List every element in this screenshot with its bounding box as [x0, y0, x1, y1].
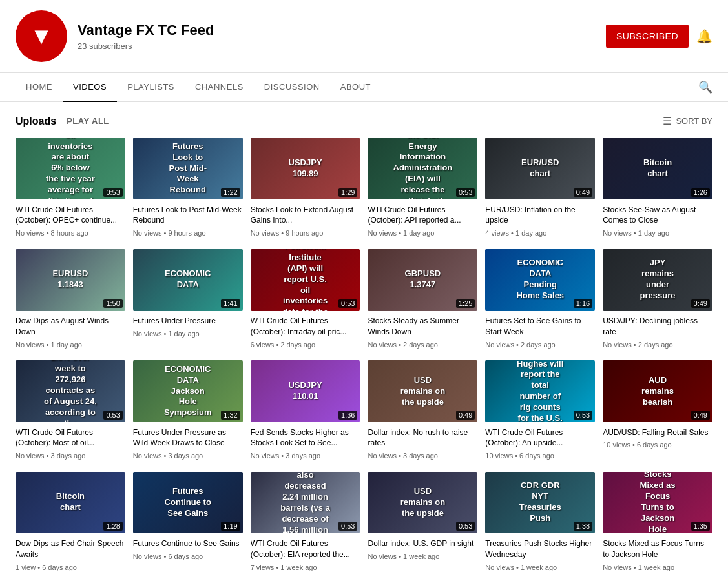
thumbnail-1: Futures Look to Post Mid-Week Rebound 1:…: [133, 138, 243, 199]
thumb-label-13: ECONOMIC DATA Jackson Hole Symposium: [160, 362, 215, 421]
video-card-11[interactable]: JPY remains under pressure 0:49 USD/JPY:…: [603, 249, 712, 351]
video-meta-9: No views • 2 days ago: [368, 340, 477, 350]
video-meta-5: No views • 1 day ago: [603, 229, 712, 238]
thumbnail-21: USD remains on the upside 0:53: [368, 472, 477, 534]
video-meta-12: No views • 3 days ago: [16, 451, 125, 461]
search-icon[interactable]: 🔍: [698, 80, 712, 94]
video-card-5[interactable]: Bitcoin chart 1:26 Stocks See-Saw as Aug…: [603, 138, 712, 239]
video-card-1[interactable]: Futures Look to Post Mid-Week Rebound 1:…: [133, 138, 243, 239]
video-card-0[interactable]: U.S. crude oil inventories are about 6% …: [16, 138, 125, 239]
video-card-4[interactable]: EUR/USD chart 0:49 EUR/USD: Inflation on…: [485, 138, 595, 239]
thumb-label-11: JPY remains under pressure: [630, 255, 685, 304]
duration-15: 0:49: [456, 411, 475, 420]
duration-19: 1:19: [221, 522, 240, 531]
duration-12: 0:53: [103, 411, 122, 420]
thumbnail-8: Later today, the American Petroleum Inst…: [251, 249, 360, 311]
duration-20: 0:53: [338, 522, 357, 531]
video-title-7: Futures Under Pressure: [133, 316, 243, 327]
section-header: Uploads PLAY ALL ☰ SORT BY: [16, 115, 712, 127]
thumb-label-1: Futures Look to Post Mid-Week Rebound: [160, 139, 215, 198]
video-meta-22: No views • 1 week ago: [485, 563, 595, 573]
duration-6: 1:50: [103, 299, 122, 308]
thumbnail-7: ECONOMIC DATA 1:41: [133, 249, 243, 311]
thumbnail-18: Bitcoin chart 1:28: [16, 472, 125, 534]
thumb-label-5: Bitcoin chart: [630, 155, 685, 182]
tab-videos[interactable]: VIDEOS: [63, 73, 117, 102]
thumb-label-9: GBPUSD 1.3747: [395, 266, 450, 293]
video-title-15: Dollar index: No rush to raise rates: [368, 427, 477, 449]
tab-channels[interactable]: CHANNELS: [185, 73, 254, 102]
sort-icon: ☰: [663, 115, 672, 127]
video-meta-6: No views • 1 day ago: [16, 340, 125, 350]
header-actions: SUBSCRIBED 🔔: [606, 25, 712, 48]
duration-13: 1:32: [221, 411, 240, 420]
tab-playlists[interactable]: PLAYLISTS: [117, 73, 185, 102]
video-title-11: USD/JPY: Declining jobless rate: [603, 316, 712, 338]
video-card-8[interactable]: Later today, the American Petroleum Inst…: [251, 249, 360, 351]
notification-bell-button[interactable]: 🔔: [696, 28, 712, 44]
thumb-label-20: Gasoline stockpiles also decreased 2.24 …: [278, 472, 333, 534]
video-card-9[interactable]: GBPUSD 1.3747 1:25 Stocks Steady as Summ…: [368, 249, 477, 351]
duration-22: 1:38: [574, 522, 592, 531]
duration-4: 0:49: [574, 188, 592, 197]
video-card-17[interactable]: AUD remains bearish 0:49 AUD/USD: Fallin…: [603, 360, 712, 462]
thumb-label-12: The net long position of WTI crude oil d…: [41, 360, 99, 422]
duration-2: 1:29: [338, 188, 357, 197]
thumb-label-2: USDJPY 109.89: [278, 155, 333, 182]
video-title-23: Stocks Mixed as Focus Turns to Jackson H…: [603, 538, 712, 560]
video-card-7[interactable]: ECONOMIC DATA 1:41 Futures Under Pressur…: [133, 249, 243, 351]
thumbnail-12: The net long position of WTI crude oil d…: [16, 360, 125, 422]
video-meta-13: No views • 3 days ago: [133, 451, 243, 461]
sort-by-label: SORT BY: [676, 116, 712, 126]
video-card-12[interactable]: The net long position of WTI crude oil d…: [16, 360, 125, 462]
video-card-23[interactable]: Stocks Mixed as Focus Turns to Jackson H…: [603, 472, 712, 573]
video-card-16[interactable]: Later today, Baker Hughes will report th…: [485, 360, 595, 462]
video-title-6: Dow Dips as August Winds Down: [16, 316, 125, 338]
video-title-14: Fed Sends Stocks Higher as Stocks Look S…: [251, 427, 360, 449]
video-card-18[interactable]: Bitcoin chart 1:28 Dow Dips as Fed Chair…: [16, 472, 125, 573]
thumbnail-23: Stocks Mixed as Focus Turns to Jackson H…: [603, 472, 712, 534]
play-all-button[interactable]: PLAY ALL: [67, 116, 109, 126]
video-title-20: WTI Crude Oil Futures (October): EIA rep…: [251, 538, 360, 560]
video-card-20[interactable]: Gasoline stockpiles also decreased 2.24 …: [251, 472, 360, 573]
tab-home[interactable]: HOME: [16, 73, 63, 102]
video-card-22[interactable]: CDR GDR NYT Treasuries Push 1:38 Treasur…: [485, 472, 595, 573]
duration-23: 1:35: [691, 522, 710, 531]
video-meta-18: 1 view • 6 days ago: [16, 563, 125, 573]
duration-8: 0:53: [338, 299, 357, 308]
video-card-19[interactable]: Futures Continue to See Gains 1:19 Futur…: [133, 472, 243, 573]
video-card-21[interactable]: USD remains on the upside 0:53 Dollar in…: [368, 472, 477, 573]
video-card-15[interactable]: USD remains on the upside 0:49 Dollar in…: [368, 360, 477, 462]
video-card-13[interactable]: ECONOMIC DATA Jackson Hole Symposium 1:3…: [133, 360, 243, 462]
thumbnail-2: USDJPY 109.89 1:29: [251, 138, 360, 199]
thumbnail-15: USD remains on the upside 0:49: [368, 360, 477, 422]
video-card-10[interactable]: ECONOMIC DATA Pending Home Sales 1:16 Fu…: [485, 249, 595, 351]
thumbnail-9: GBPUSD 1.3747 1:25: [368, 249, 477, 311]
video-title-22: Treasuries Push Stocks Higher Wednesday: [485, 538, 595, 560]
video-title-17: AUD/USD: Falling Retail Sales: [603, 427, 712, 438]
video-title-5: Stocks See-Saw as August Comes to Close: [603, 205, 712, 227]
thumb-label-18: Bitcoin chart: [43, 489, 98, 516]
thumb-label-0: U.S. crude oil inventories are about 6% …: [43, 138, 98, 199]
video-title-4: EUR/USD: Inflation on the upside: [485, 205, 595, 227]
video-meta-4: 4 views • 1 day ago: [485, 229, 595, 238]
thumb-label-14: USDJPY 110.01: [278, 378, 333, 405]
channel-name: Vantage FX TC Feed: [78, 22, 606, 39]
video-card-6[interactable]: EURUSD 1.1843 1:50 Dow Dips as August Wi…: [16, 249, 125, 351]
video-meta-3: No views • 1 day ago: [368, 229, 477, 238]
sort-by-button[interactable]: ☰ SORT BY: [663, 115, 712, 127]
video-title-10: Futures Set to See Gains to Start Week: [485, 316, 595, 338]
video-card-14[interactable]: USDJPY 110.01 1:36 Fed Sends Stocks High…: [251, 360, 360, 462]
video-card-3[interactable]: Later today, the U.S. Energy Information…: [368, 138, 477, 239]
thumb-label-22: CDR GDR NYT Treasuries Push: [513, 478, 568, 527]
video-meta-7: No views • 1 day ago: [133, 329, 243, 339]
thumbnail-11: JPY remains under pressure 0:49: [603, 249, 712, 311]
tab-about[interactable]: ABOUT: [330, 73, 381, 102]
video-title-3: WTI Crude Oil Futures (October): API rep…: [368, 205, 477, 227]
thumb-label-10: ECONOMIC DATA Pending Home Sales: [513, 255, 568, 304]
video-card-2[interactable]: USDJPY 109.89 1:29 Stocks Look to Extend…: [251, 138, 360, 239]
uploads-label: Uploads: [16, 116, 56, 127]
video-meta-20: 7 views • 1 week ago: [251, 563, 360, 573]
subscribe-button[interactable]: SUBSCRIBED: [606, 25, 689, 48]
tab-discussion[interactable]: DISCUSSION: [254, 73, 330, 102]
